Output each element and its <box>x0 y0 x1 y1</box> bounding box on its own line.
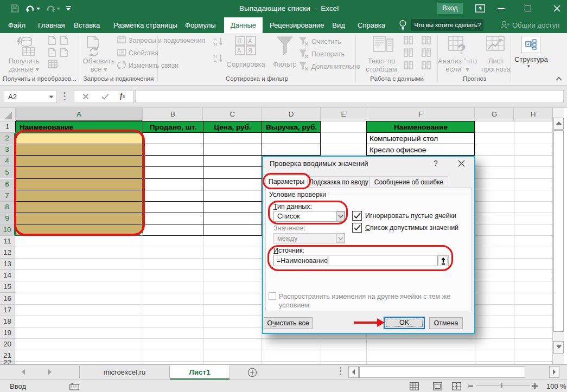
svg-text:Я: Я <box>214 42 217 46</box>
svg-text:?: ? <box>457 41 466 55</box>
svg-text:Я: Я <box>237 37 241 44</box>
svg-text:А: А <box>214 59 217 63</box>
svg-text:А: А <box>248 37 252 44</box>
svg-text:Я: Я <box>248 47 252 54</box>
svg-text:А: А <box>237 47 241 54</box>
